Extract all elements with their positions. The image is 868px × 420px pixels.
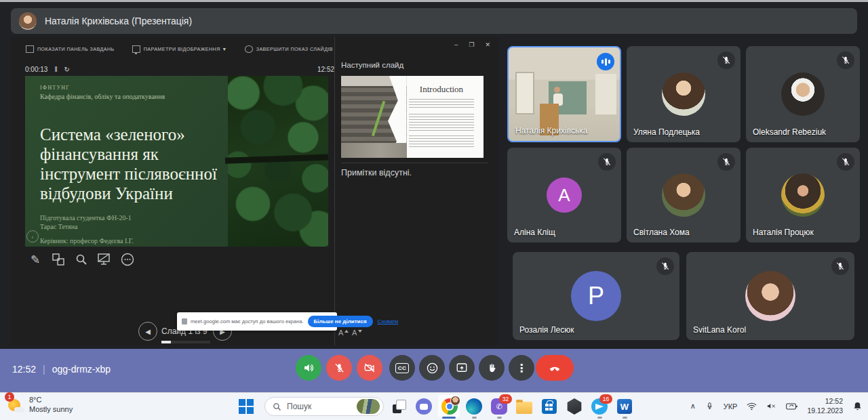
- current-slide: ІФНТУНГ Кафедра фінансів, обліку та опод…: [25, 76, 328, 247]
- end-slideshow-button[interactable]: ЗАВЕРШИТИ ПОКАЗ СЛАЙДІВ: [245, 45, 333, 53]
- text-block: [409, 114, 474, 131]
- letter-avatar: P: [571, 271, 621, 321]
- participant-tile-video[interactable]: Наталія Крихівська: [507, 46, 621, 142]
- restore-button[interactable]: ❐: [469, 41, 474, 48]
- previous-slide-button[interactable]: ◀: [138, 322, 157, 341]
- presenter-toolbar: ПОКАЗАТИ ПАНЕЛЬ ЗАВДАНЬ ПАРАМЕТРИ ВІДОБР…: [26, 45, 333, 53]
- mic-off-button[interactable]: [326, 355, 352, 381]
- next-slide-title: Introduction: [409, 84, 474, 95]
- participant-name: Розалія Лесюк: [519, 325, 574, 335]
- camera-off-button[interactable]: [357, 355, 382, 381]
- participant-tile[interactable]: Уляна Подлецька: [627, 46, 741, 142]
- notes-divider: [341, 163, 488, 163]
- share-text: meet.google.com має доступ до вашого екр…: [191, 318, 304, 324]
- more-options-button[interactable]: ⋮: [509, 355, 534, 381]
- reactions-button[interactable]: [419, 355, 445, 381]
- text-block: [409, 99, 474, 110]
- present-button[interactable]: [449, 355, 475, 381]
- raise-hand-button[interactable]: [479, 355, 505, 381]
- browser-top-edge: [0, 0, 868, 2]
- timer-value: 0:00:13: [25, 66, 47, 73]
- letter-avatar: A: [547, 177, 582, 213]
- volume-muted-icon[interactable]: [766, 402, 776, 411]
- avatar: [781, 173, 825, 217]
- audio-speaking-icon: [597, 53, 614, 70]
- participant-name: SvitLana Korol: [693, 325, 746, 335]
- chrome-icon[interactable]: [441, 398, 458, 415]
- search-highlight-image: [357, 399, 380, 414]
- teams-chat-icon[interactable]: [415, 398, 433, 415]
- meet-control-bar: 12:52 | ogg-drmz-xbp CC ⋮ 9: [0, 349, 868, 392]
- start-button[interactable]: [239, 399, 254, 414]
- weather-condition: Mostly sunny: [29, 405, 73, 415]
- system-tray: ∧ УКР 12:52 19.12.2023: [690, 392, 863, 420]
- meet-time: 12:52: [12, 364, 36, 375]
- telegram-icon[interactable]: 16: [591, 398, 608, 415]
- window-controls: – ❐ ✕: [454, 41, 490, 48]
- captions-button[interactable]: CC: [389, 355, 415, 381]
- font-decrease-button[interactable]: A: [352, 329, 362, 337]
- weather-temp: 8°C: [29, 396, 73, 405]
- participant-tile[interactable]: Наталія Процюк: [746, 148, 860, 243]
- slide-title: Система «зеленого» фінансування як інстр…: [40, 125, 229, 203]
- tray-time: 12:52: [807, 397, 843, 406]
- hide-link[interactable]: Сховати: [378, 318, 399, 324]
- tray-date: 19.12.2023: [807, 406, 843, 416]
- pause-icon[interactable]: ‖: [54, 66, 57, 73]
- word-icon[interactable]: W: [616, 398, 633, 415]
- end-call-button[interactable]: [536, 355, 574, 381]
- share-icon: [182, 318, 187, 324]
- minimize-button[interactable]: –: [454, 41, 458, 48]
- participant-tile[interactable]: P Розалія Лесюк: [513, 252, 679, 340]
- chrome-profile-avatar: [450, 396, 460, 406]
- taskbar-icon: [26, 45, 34, 53]
- tray-chevron-icon[interactable]: ∧: [690, 402, 696, 411]
- viber-icon[interactable]: ✆32: [490, 398, 508, 415]
- participant-name: Наталія Крихівська: [515, 126, 587, 135]
- language-indicator[interactable]: УКР: [724, 402, 738, 411]
- file-explorer-icon[interactable]: [515, 398, 533, 415]
- presenter-name: Наталія Крихівська (Презентація): [45, 16, 192, 26]
- next-slide-thumbnail[interactable]: Introduction: [341, 76, 484, 158]
- more-options-icon[interactable]: [121, 253, 134, 266]
- task-view-button[interactable]: [391, 398, 408, 415]
- all-slides-icon[interactable]: [52, 253, 65, 266]
- telegram-badge: 16: [599, 394, 612, 404]
- pen-tool-icon[interactable]: ✎: [28, 253, 42, 266]
- weather-widget[interactable]: 1 8°C Mostly sunny: [7, 396, 73, 415]
- microsoft-store-icon[interactable]: [540, 398, 558, 415]
- display-options-button[interactable]: ПАРАМЕТРИ ВІДОБРАЖЕННЯ ▼: [132, 45, 227, 53]
- notification-bell-icon[interactable]: [852, 401, 863, 411]
- meeting-info: 12:52 | ogg-drmz-xbp: [12, 364, 111, 375]
- meeting-code: ogg-drmz-xbp: [52, 364, 111, 375]
- slide-back-overlay-icon[interactable]: ‹: [26, 230, 39, 243]
- tray-clock[interactable]: 12:52 19.12.2023: [807, 397, 843, 415]
- speaker-button[interactable]: [296, 355, 321, 381]
- participant-name: Oleksandr Rebeziuk: [753, 127, 826, 137]
- participant-tile[interactable]: Світлана Хома: [627, 148, 741, 243]
- weather-badge: 1: [5, 392, 14, 402]
- slide-prepared-by: Підготувала студентка ФН-20-1: [40, 214, 132, 222]
- taskbar-search[interactable]: Пошук: [264, 397, 384, 416]
- text-block: [409, 135, 474, 149]
- close-button[interactable]: ✕: [485, 41, 490, 48]
- restart-icon[interactable]: ↻: [64, 66, 70, 73]
- panel-divider: [334, 37, 335, 345]
- hexagon-app-icon[interactable]: [566, 398, 583, 415]
- show-taskbar-button[interactable]: ПОКАЗАТИ ПАНЕЛЬ ЗАВДАНЬ: [26, 45, 115, 53]
- wifi-icon[interactable]: [747, 402, 757, 411]
- display-icon: [132, 45, 140, 53]
- font-increase-button[interactable]: A: [338, 329, 349, 337]
- tray-mic-icon[interactable]: [705, 401, 714, 411]
- slide-supervisor: Керівник: професор Федєєва І.Г.: [40, 237, 134, 245]
- participant-name: Уляна Подлецька: [633, 127, 700, 137]
- stop-sharing-button[interactable]: Більше не ділитися: [308, 316, 373, 327]
- participant-tile[interactable]: SvitLana Korol: [686, 252, 854, 340]
- zoom-tool-icon[interactable]: [75, 253, 88, 266]
- black-screen-icon[interactable]: [98, 253, 111, 266]
- participant-tile[interactable]: Oleksandr Rebeziuk: [746, 46, 860, 142]
- powerpoint-presenter-window: ПОКАЗАТИ ПАНЕЛЬ ЗАВДАНЬ ПАРАМЕТРИ ВІДОБР…: [11, 37, 498, 345]
- edge-icon[interactable]: [465, 398, 483, 415]
- participant-tile[interactable]: A Аліна Кліщ: [507, 148, 621, 243]
- battery-icon[interactable]: [786, 402, 797, 411]
